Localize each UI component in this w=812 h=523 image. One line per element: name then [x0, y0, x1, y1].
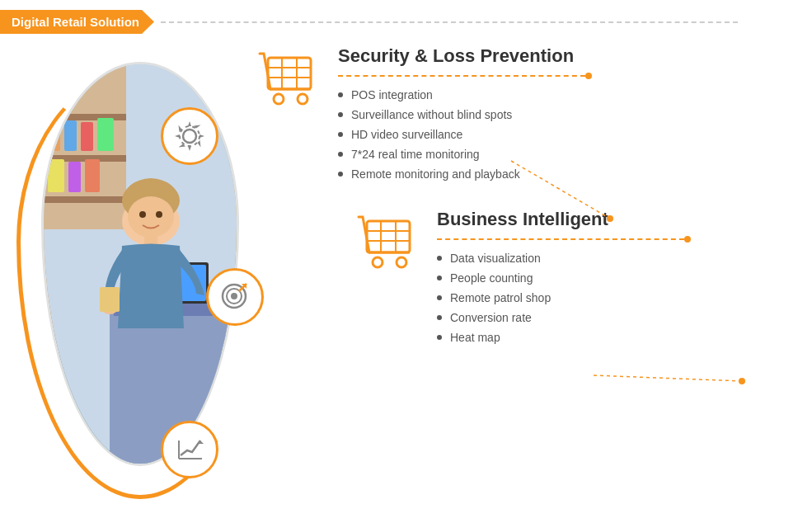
chart-icon-circle — [161, 421, 218, 478]
right-section: Security & Loss Prevention POS integrati… — [256, 45, 800, 347]
bullet-dot — [338, 152, 343, 157]
security-divider — [338, 75, 585, 77]
bullet-dot — [338, 172, 343, 177]
bullet-dot — [338, 112, 343, 117]
security-bullet-list: POS integrationSurveillance without blin… — [338, 85, 800, 184]
security-cart-icon — [256, 49, 322, 111]
bullet-text: People counting — [450, 271, 533, 285]
gear-icon-circle — [161, 107, 218, 165]
bullet-text: POS integration — [351, 88, 433, 101]
bullet-dot — [437, 256, 442, 261]
bullet-text: Surveillance without blind spots — [351, 108, 512, 121]
list-item: Conversion rate — [437, 308, 800, 327]
bullet-text: Remote patrol shop — [450, 291, 551, 304]
list-item: POS integration — [338, 85, 800, 105]
bullet-text: Conversion rate — [450, 311, 532, 324]
security-section: Security & Loss Prevention POS integrati… — [256, 45, 800, 184]
bullet-dot — [437, 276, 442, 280]
bullet-dot — [437, 315, 442, 320]
left-section — [33, 45, 264, 491]
business-bullet-list: Data visualizationPeople countingRemote … — [437, 248, 800, 347]
list-item: Data visualization — [437, 248, 800, 268]
header-tag: Digital Retail Solution — [0, 10, 154, 34]
svg-point-28 — [231, 293, 237, 299]
bullet-dot — [338, 132, 343, 137]
target-icon — [218, 280, 252, 314]
svg-line-52 — [594, 375, 742, 381]
list-item: Surveillance without blind spots — [338, 105, 800, 125]
chart-icon — [172, 432, 207, 467]
target-icon-circle — [206, 268, 264, 326]
bullet-text: 7*24 real time monitoring — [351, 148, 480, 161]
bullet-dot — [338, 92, 343, 97]
list-item: HD video surveillance — [338, 125, 800, 144]
business-title: Business Intelligent — [437, 209, 800, 230]
security-title: Security & Loss Prevention — [338, 45, 800, 67]
list-item: Remote patrol shop — [437, 288, 800, 308]
list-item: Heat map — [437, 327, 800, 347]
bullet-text: Remote monitoring and playback — [351, 167, 520, 181]
list-item: People counting — [437, 268, 800, 288]
business-content: Business Intelligent Data visualizationP… — [437, 209, 800, 347]
security-content: Security & Loss Prevention POS integrati… — [338, 45, 800, 184]
svg-rect-42 — [367, 221, 410, 252]
bullet-text: Data visualization — [450, 252, 541, 265]
svg-point-24 — [183, 130, 196, 143]
bullet-text: HD video surveillance — [351, 128, 462, 141]
gear-icon — [172, 119, 207, 153]
bullet-dot — [437, 295, 442, 300]
svg-point-40 — [274, 94, 284, 104]
bullet-text: Heat map — [450, 331, 500, 344]
business-section: Business Intelligent Data visualizationP… — [354, 209, 800, 347]
business-divider — [437, 238, 684, 240]
header-banner: Digital Retail Solution — [0, 10, 738, 34]
header-divider — [161, 21, 738, 23]
bullet-dot — [437, 335, 442, 340]
business-cart-icon — [354, 213, 420, 275]
svg-point-41 — [298, 94, 307, 104]
svg-point-53 — [739, 378, 745, 384]
list-item: Remote monitoring and playback — [338, 164, 800, 184]
svg-rect-34 — [268, 58, 311, 89]
svg-point-49 — [397, 257, 406, 267]
list-item: 7*24 real time monitoring — [338, 144, 800, 164]
svg-point-48 — [373, 257, 383, 267]
